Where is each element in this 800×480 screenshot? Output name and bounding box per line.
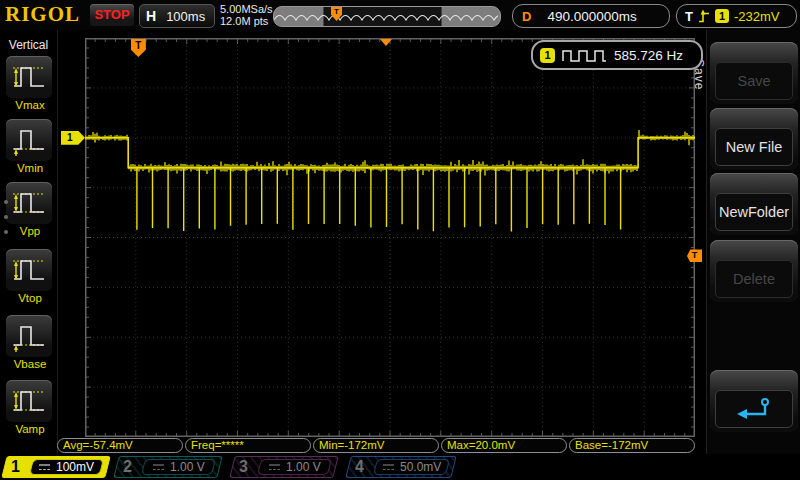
channel-scale-box: 1.00 V <box>257 459 332 475</box>
delay-label: D <box>522 9 531 24</box>
measurement-freq[interactable]: Freq=***** <box>185 438 311 453</box>
horizontal-label: H <box>146 8 156 24</box>
ch1-trace <box>85 38 695 437</box>
channel-2-tab[interactable]: 2 1.00 V <box>113 456 222 478</box>
delay-readout[interactable]: D 490.000000ms <box>512 4 670 28</box>
preview-squiggle-icon <box>274 7 498 26</box>
channel-scale: 1.00 V <box>170 460 205 474</box>
return-arrow-icon <box>732 396 776 422</box>
new-folder-button[interactable]: NewFolder <box>715 193 793 231</box>
channel-scale-box: 100mV <box>29 459 104 475</box>
sidebar-item-vbase[interactable]: Vbase <box>6 315 54 370</box>
channel-number: 2 <box>123 458 132 476</box>
channel-scale-box: 50.0mV <box>373 459 450 475</box>
soft-menu-panel: Save New File NewFolder Delete <box>706 30 800 480</box>
channel1-level-marker[interactable]: 1 <box>61 131 85 145</box>
memory-depth-value: 12.0M pts <box>220 15 273 27</box>
trigger-level-value: -232mV <box>734 9 780 24</box>
measurement-min[interactable]: Min=-172mV <box>313 438 439 453</box>
trigger-readout[interactable]: T 1 -232mV <box>676 4 797 28</box>
freq-counter-channel-badge: 1 <box>540 48 555 63</box>
sidebar-title: Vertical <box>0 38 57 52</box>
sidebar-item-vmax[interactable]: Vmax <box>6 56 54 111</box>
sidebar-item-label: Vmin <box>6 162 54 174</box>
waveform-preview-bar[interactable]: T <box>273 6 501 27</box>
waveform-display <box>85 38 695 437</box>
measurement-base[interactable]: Base=-172mV <box>569 438 695 453</box>
channel-number: 1 <box>11 458 20 476</box>
menu-slot <box>710 370 798 432</box>
sample-rate-value: 5.00MSa/s <box>220 3 273 15</box>
coupling-dc-icon <box>38 463 51 472</box>
run-state-badge[interactable]: STOP <box>90 4 134 26</box>
sidebar-item-label: Vmax <box>6 99 54 111</box>
coupling-dc-icon <box>382 463 395 472</box>
vtop-icon <box>10 253 48 287</box>
channel-number: 4 <box>355 458 364 476</box>
sidebar-item-label: Vamp <box>6 423 54 435</box>
menu-slot: Save <box>710 42 798 104</box>
menu-slot: Delete <box>710 240 798 302</box>
vmax-icon <box>10 60 48 94</box>
timebase-value: 100ms <box>166 9 205 24</box>
coupling-dc-icon <box>268 463 281 472</box>
screen-center-marker-icon <box>380 39 392 46</box>
square-wave-icon <box>561 48 607 63</box>
sidebar-item-vtop[interactable]: Vtop <box>6 249 54 304</box>
sidebar-item-vmin[interactable]: Vmin <box>6 119 54 174</box>
channel-scale: 1.00 V <box>286 460 321 474</box>
menu-slot: New File <box>710 108 798 170</box>
channel-status-bar: 1 100mV 2 1.00 V 3 1.0 <box>0 454 800 480</box>
sidebar-item-label: Vpp <box>6 225 54 237</box>
top-bar: RIGOL STOP H 100ms 5.00MSa/s 12.0M pts T… <box>0 0 800 30</box>
sidebar-item-label: Vbase <box>6 358 54 370</box>
channel-scale-box: 1.00 V <box>141 459 216 475</box>
channel-scale: 100mV <box>56 460 94 474</box>
acquisition-info: 5.00MSa/s 12.0M pts <box>220 3 273 27</box>
rigol-logo: RIGOL <box>5 2 80 27</box>
trigger-source-badge: 1 <box>715 9 729 23</box>
horizontal-timebase-box[interactable]: H 100ms <box>139 4 215 28</box>
measure-sidebar: Vertical Vmax Vmin Vpp <box>0 30 58 454</box>
save-button[interactable]: Save <box>715 62 793 100</box>
trigger-label: T <box>685 9 693 24</box>
menu-slot: NewFolder <box>710 173 798 235</box>
frequency-counter: 1 585.726 Hz <box>531 40 703 70</box>
delay-value: 490.000000ms <box>547 9 636 24</box>
sidebar-item-label: Vtop <box>6 292 54 304</box>
channel-3-tab[interactable]: 3 1.00 V <box>229 456 338 478</box>
channel-1-tab[interactable]: 1 100mV <box>1 456 110 478</box>
sidebar-item-vpp[interactable]: Vpp <box>6 182 54 237</box>
measurement-avg[interactable]: Avg=-57.4mV <box>57 438 183 453</box>
delete-button[interactable]: Delete <box>715 260 793 298</box>
vamp-icon <box>10 384 48 418</box>
sidebar-item-vamp[interactable]: Vamp <box>6 380 54 435</box>
channel-scale: 50.0mV <box>400 460 441 474</box>
vmin-icon <box>10 123 48 157</box>
new-file-button[interactable]: New File <box>715 128 793 166</box>
vpp-icon <box>10 186 48 220</box>
coupling-dc-icon <box>152 463 165 472</box>
oscilloscope-screen: RIGOL STOP H 100ms 5.00MSa/s 12.0M pts T… <box>0 0 800 480</box>
freq-counter-value: 585.726 Hz <box>614 48 683 63</box>
vbase-icon <box>10 319 48 353</box>
measurement-max[interactable]: Max=20.0mV <box>441 438 567 453</box>
back-button[interactable] <box>715 390 793 428</box>
channel-4-tab[interactable]: 4 50.0mV <box>345 456 456 478</box>
channel-number: 3 <box>239 458 248 476</box>
rising-edge-icon <box>698 9 710 24</box>
